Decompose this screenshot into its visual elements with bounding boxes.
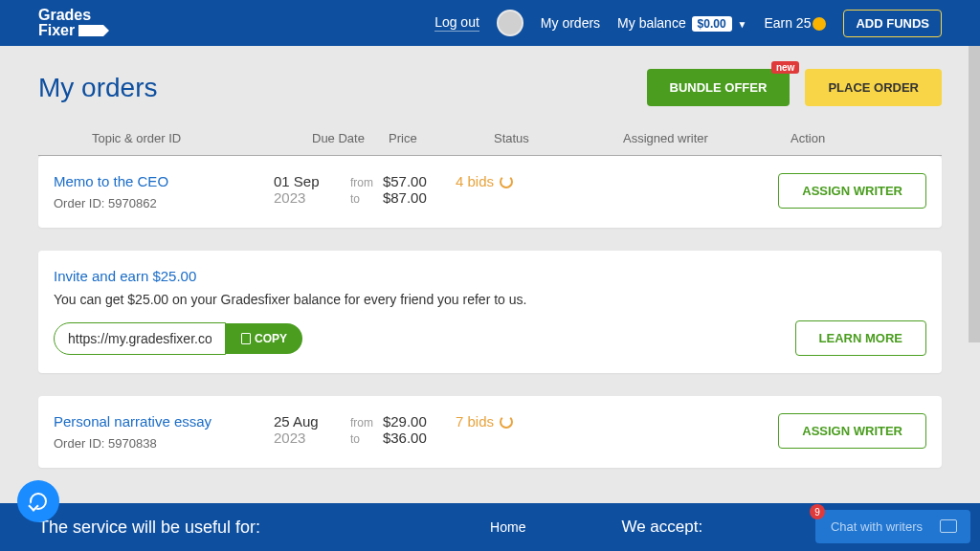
order-title-link[interactable]: Personal narrative essay <box>54 413 212 430</box>
assign-writer-button[interactable]: ASSIGN WRITER <box>778 413 926 449</box>
chevron-down-icon: ▼ <box>737 19 746 30</box>
column-price: Price <box>389 131 494 145</box>
due-year: 2023 <box>274 430 350 446</box>
footer-home-link[interactable]: Home <box>490 519 525 535</box>
due-year: 2023 <box>274 189 350 206</box>
order-title-link[interactable]: Memo to the CEO <box>54 173 168 189</box>
page-header: My orders BUNDLE OFFER new PLACE ORDER <box>0 46 980 121</box>
due-date: 01 Sep <box>274 173 350 189</box>
due-date: 25 Aug <box>274 413 350 430</box>
footer-accept-text: We accept: <box>621 518 702 537</box>
logo[interactable]: Grades Fixer <box>38 8 103 38</box>
footer-service-text: The service will be useful for: <box>38 518 260 538</box>
balance-amount: $0.00 <box>692 16 732 32</box>
copy-button[interactable]: COPY <box>226 323 302 354</box>
chat-widget[interactable]: 9 Chat with writers <box>815 510 970 543</box>
chat-icon <box>940 519 957 533</box>
loading-spinner-icon <box>500 175 513 188</box>
column-action: Action <box>791 131 888 145</box>
logout-link[interactable]: Log out <box>434 14 479 32</box>
page-title: My orders <box>38 73 157 103</box>
bundle-offer-button[interactable]: BUNDLE OFFER new <box>647 69 791 106</box>
earn-link[interactable]: Earn 25 <box>764 15 826 31</box>
copy-icon <box>241 333 251 344</box>
invite-card: Invite and earn $25.00 You can get $25.0… <box>38 251 942 373</box>
invite-text: You can get $25.00 on your Gradesfixer b… <box>54 292 926 307</box>
place-order-button[interactable]: PLACE ORDER <box>805 69 942 106</box>
coin-icon <box>813 17 826 31</box>
chat-bubble-icon <box>30 493 47 510</box>
bids-count: 7 bids <box>456 413 494 430</box>
my-balance-link[interactable]: My balance $0.00 ▼ <box>617 15 746 31</box>
loading-spinner-icon <box>500 415 513 429</box>
help-fab-button[interactable] <box>17 480 59 522</box>
learn-more-button[interactable]: LEARN MORE <box>795 320 926 356</box>
invite-title: Invite and earn $25.00 <box>54 268 926 284</box>
column-due: Due Date <box>312 131 389 145</box>
chat-notification-badge: 9 <box>810 504 825 519</box>
column-status: Status <box>494 131 623 145</box>
scrollbar[interactable] <box>969 46 980 342</box>
order-id: Order ID: 5970862 <box>54 196 274 210</box>
new-badge: new <box>771 61 799 74</box>
my-orders-link[interactable]: My orders <box>541 15 600 31</box>
order-id: Order ID: 5970838 <box>54 436 274 451</box>
bids-count: 4 bids <box>456 173 494 189</box>
avatar[interactable] <box>497 10 523 36</box>
column-writer: Assigned writer <box>623 131 791 145</box>
order-card: Personal narrative essay Order ID: 59708… <box>38 396 942 468</box>
referral-url-input[interactable] <box>54 322 226 355</box>
assign-writer-button[interactable]: ASSIGN WRITER <box>778 173 926 209</box>
add-funds-button[interactable]: ADD FUNDS <box>843 10 942 37</box>
order-card: Memo to the CEO Order ID: 5970862 01 Sep… <box>38 156 942 228</box>
top-navigation: Grades Fixer Log out My orders My balanc… <box>0 0 980 46</box>
logo-arrow-icon <box>78 25 103 36</box>
column-topic: Topic & order ID <box>92 131 312 145</box>
table-header: Topic & order ID Due Date Price Status A… <box>38 121 942 156</box>
